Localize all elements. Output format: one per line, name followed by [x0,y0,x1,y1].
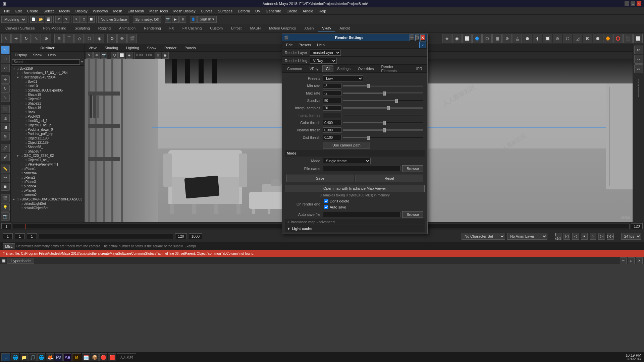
taskbar-ae-icon[interactable]: Ae [63,353,71,361]
rs-using-dropdown[interactable]: V-Ray [310,58,337,64]
vp-hud-btn[interactable]: ◉ [162,52,169,59]
rs-normal-thresh-slider[interactable] [343,129,423,131]
tree-item-box01[interactable]: ·□Box01 [11,79,84,84]
tab-xgen[interactable]: XGen [300,25,318,32]
transport-end-frame2[interactable] [189,233,202,239]
camera-btn[interactable]: 📷 [165,16,171,23]
tree-item-objheadusobjexport05[interactable]: ·□objheadusOBJexport05 [11,88,84,93]
taskbar-icon9[interactable]: 🗓️ [82,353,90,361]
rs-color-thresh-slider[interactable] [343,122,423,123]
menu-item-create[interactable]: Create [24,8,41,14]
tree-item-defaultlightset[interactable]: ·□defaultLightSet [11,201,84,206]
menu-item-windows[interactable]: Windows [90,8,111,14]
light-btn[interactable]: 💡 [1,203,10,212]
rs-browse2-btn[interactable]: Browse [402,211,423,218]
menu-item-mesh-tools[interactable]: Mesh Tools [147,8,170,14]
menu-item-generate[interactable]: Generate [263,8,284,14]
shelf-icon11[interactable]: 🔲 [543,34,552,43]
shading-menu[interactable]: Shading [102,45,121,51]
rs-normal-thresh-input[interactable] [323,127,341,133]
ipr-btn[interactable]: ⏸ [179,16,186,23]
live-surface-btn[interactable]: No Live Surface [98,16,129,23]
shelf-icon12[interactable]: ⊙ [553,34,562,43]
maximize-button[interactable]: □ [631,1,635,6]
tree-item-object01_ncl_1[interactable]: ·□Object01_ncl_1 [11,158,84,162]
tree-item-fbxasc049fbxasc032thamfbxasc03[interactable]: ▶□FBXASC049FBXASC032thamFBXASC03 [11,197,84,201]
next-frame-btn[interactable]: ▷| [598,233,605,240]
shelf-icon8[interactable]: ◬ [513,34,522,43]
rs-close-btn2[interactable]: ✕ [420,35,425,41]
taskbar-ie-icon[interactable]: 🌐 [11,353,19,361]
select-tool-btn[interactable]: ↖ [1,46,10,54]
taskbar-folder-icon[interactable]: 📁 [20,353,28,361]
transport-current-frame[interactable] [3,233,13,239]
tree-item-shape67[interactable]: ·□Shape67 [11,149,84,154]
undo-btn[interactable]: ↶ [55,16,62,23]
tree-item-object01_ncl_2[interactable]: ·□Object01_ncl_2 [11,123,84,127]
scale-btn2[interactable]: ⤡ [1,94,10,102]
sign-in-label[interactable]: Sign In ▾ [197,16,216,23]
rs-tab-vray[interactable]: VRay [306,65,322,72]
taskbar-media-icon[interactable]: 🎵 [29,353,37,361]
tree-item-pplane4[interactable]: ·□pPlane4 [11,184,84,188]
vp-snap-btn[interactable]: ⊕ [93,52,100,59]
show-menu[interactable]: Show [145,45,159,51]
shelf-icon20[interactable]: ⬜ [633,34,643,43]
next-key-btn[interactable]: ▷▷| [607,233,614,240]
save-btn[interactable]: 💾 [45,16,52,23]
sign-in-btn[interactable]: 👤 [190,16,197,23]
anim-layer-dropdown[interactable]: No Anim Layer [507,233,547,240]
tree-expand-icon[interactable]: ▷ [17,71,20,74]
tree-item-pplane3[interactable]: ·□pPlane3 [11,180,84,184]
transport-end-frame[interactable] [175,233,187,239]
tab-fx[interactable]: FX [165,25,178,32]
shelf-icon16[interactable]: ⬢ [593,34,602,43]
rs-tab-gi[interactable]: GI [322,65,334,72]
tree-item-rectangle294572984[interactable]: ▶□Rectangle294572984 [11,75,84,79]
move-btn[interactable]: ✛ [1,75,10,84]
tab-animation[interactable]: Animation [115,25,140,32]
menu-item-mesh[interactable]: Mesh [110,8,125,14]
shelf-icon1[interactable]: ◈ [442,34,451,43]
menu-item-select[interactable]: Select [41,8,57,14]
tree-item-podkt03[interactable]: ·□Podkt03 [11,114,84,119]
rs-min-rate-slider[interactable] [343,85,423,86]
shelf-icon18[interactable]: ⭕ [613,34,623,43]
workspace-dropdown[interactable]: Modeling [1,16,26,23]
tree-item-box2259[interactable]: ▷□Box2259 [11,66,84,71]
taskbar-icon10[interactable]: 📦 [91,353,99,361]
rs-min-btn[interactable]: ─ [410,35,414,41]
tree-item-shape21[interactable]: ·□Shape21 [11,101,84,106]
hypershade-close-btn[interactable]: ✕ [636,257,643,264]
rs-max-rate-input[interactable] [323,90,341,96]
rs-interp-samples-slider[interactable] [343,107,423,109]
hypershade-min-btn[interactable]: ─ [620,257,627,264]
render-btn[interactable]: ▶ [172,16,179,23]
tree-expand-icon[interactable]: ▶ [17,76,20,79]
rs-tab-render-elements[interactable]: Render Elements [378,63,413,74]
tab-custom[interactable]: Custom [206,25,227,32]
rs-irradiance-adv-row[interactable]: ▷ Irradiance map - advanced [285,219,425,225]
tab-rendering[interactable]: Rendering [140,25,165,32]
transport-range-track[interactable] [39,234,173,239]
tree-item-object121190[interactable]: ·□Object121190 [11,136,84,140]
rotate-icon-btn[interactable]: ↻ [21,34,31,43]
rotate-btn[interactable]: ↻ [1,84,10,93]
character-set-dropdown[interactable]: No Character Set [462,233,505,240]
lasso-tool[interactable]: ⊙ [80,16,87,23]
rs-filename-input[interactable] [323,166,401,171]
vp-xray-btn[interactable]: ◈ [126,52,132,59]
tree-item-poduha_down_0[interactable]: ·□Poduha_down_0 [11,127,84,132]
paint-tool[interactable]: 🔲 [88,16,95,23]
attr-editor-btn[interactable]: AE [634,46,643,54]
curve-btn[interactable]: 〜 [1,174,10,182]
stop-btn[interactable]: ■ [581,233,588,240]
paint-btn[interactable]: 🖌 [1,153,10,161]
taskbar-ps-icon[interactable]: Ps [55,353,63,361]
taskbar-firefox-icon[interactable]: 🦊 [46,353,54,361]
tab-fx-caching[interactable]: FX Caching [178,25,206,32]
fps-dropdown[interactable]: 24 fps [621,233,641,240]
tab-arnold[interactable]: Arnold [335,25,354,32]
tree-item-pplane1[interactable]: ·□pPlane1 [11,167,84,171]
close-button[interactable]: ✕ [637,1,641,6]
